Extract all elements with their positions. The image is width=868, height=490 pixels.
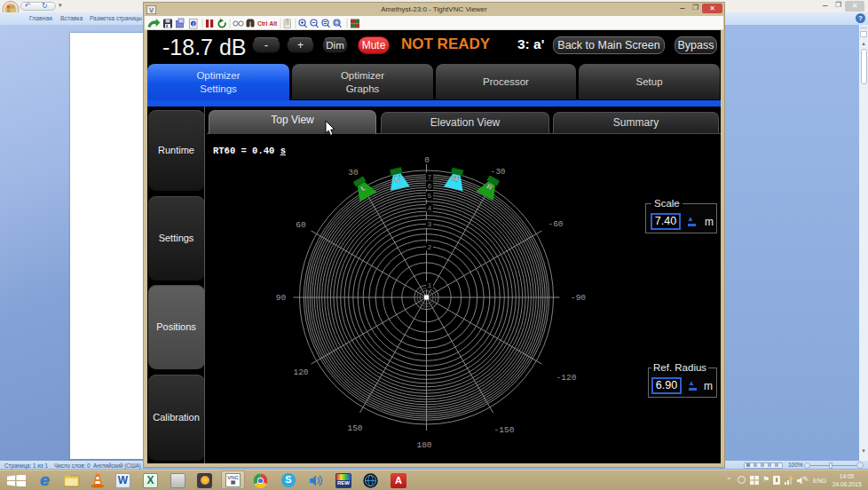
svg-text:-120: -120 bbox=[556, 373, 577, 383]
svg-text:7: 7 bbox=[428, 173, 432, 181]
svg-text:-60: -60 bbox=[548, 219, 563, 229]
svg-text:i: i bbox=[193, 20, 194, 27]
svg-text:V: V bbox=[149, 7, 154, 13]
svg-text:4: 4 bbox=[428, 204, 432, 212]
svg-text:-90: -90 bbox=[571, 293, 586, 303]
svg-text:150: 150 bbox=[347, 423, 362, 433]
svg-text:180: 180 bbox=[416, 440, 431, 450]
svg-text:30: 30 bbox=[348, 168, 359, 178]
svg-text:6: 6 bbox=[428, 182, 432, 190]
svg-text:Ctrl: Ctrl bbox=[257, 20, 267, 27]
svg-text:3: 3 bbox=[428, 220, 432, 228]
svg-text:5: 5 bbox=[428, 192, 432, 200]
svg-text:120: 120 bbox=[293, 368, 308, 377]
svg-text:-30: -30 bbox=[490, 167, 505, 177]
svg-text:90: 90 bbox=[276, 293, 287, 303]
svg-text:-150: -150 bbox=[494, 425, 515, 435]
svg-text:1: 1 bbox=[428, 281, 432, 289]
svg-text:Alt: Alt bbox=[270, 20, 279, 27]
svg-text:0: 0 bbox=[424, 155, 430, 165]
svg-text:2: 2 bbox=[428, 243, 432, 251]
svg-text:60: 60 bbox=[296, 220, 306, 230]
